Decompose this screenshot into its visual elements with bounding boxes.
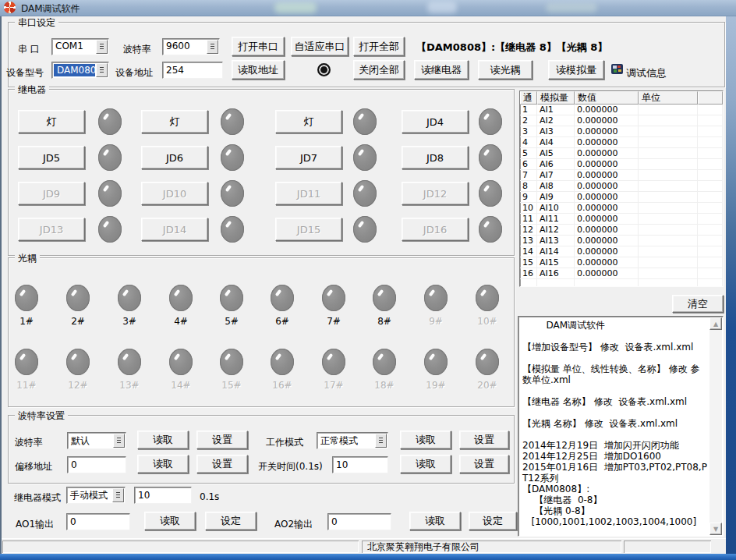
relay-button-6[interactable]: JD6	[141, 146, 208, 169]
relay-button-14[interactable]: JD14	[141, 218, 208, 241]
ao1-read-button[interactable]: 读取	[144, 512, 196, 530]
relay-mode-unit-label: 0.1s	[200, 491, 219, 502]
adaptive-serial-button[interactable]: 自适应串口	[291, 37, 349, 56]
debug-info-label: 调试信息	[626, 66, 667, 80]
ao2-read-button[interactable]: 读取	[409, 512, 461, 530]
combo-dropdown-icon[interactable]	[375, 434, 387, 448]
close-all-button[interactable]: 关闭全部	[353, 60, 405, 80]
serial-port-combobox[interactable]: COM1	[51, 38, 109, 55]
window-border-left	[0, 15, 2, 554]
table-row-9: 9AI90.000000	[520, 192, 723, 203]
relay-led-5	[98, 144, 122, 171]
relay-button-8[interactable]: JD8	[402, 146, 469, 169]
info-line-14: 【DAM0808】:	[522, 484, 709, 494]
table-cell: 0.000000	[575, 268, 639, 278]
opto-led-10	[476, 285, 499, 311]
read-address-button[interactable]: 读取地址	[232, 60, 285, 80]
baud-settings-group: 波特率设置 波特率 默认 读取 设置 工作模式 正常模式 读取 设置 偏移地址 …	[8, 415, 515, 484]
relay-led-8	[479, 144, 502, 171]
relay-button-1[interactable]: 灯	[18, 110, 85, 133]
relay-mode-combobox[interactable]: 手动模式	[66, 487, 126, 504]
open-serial-button[interactable]: 打开串口	[232, 37, 285, 56]
table-cell	[698, 279, 723, 287]
info-panel-scrollbar[interactable]: ▲ ▼	[709, 317, 722, 535]
scroll-down-icon[interactable]: ▼	[709, 523, 722, 535]
relay-button-11[interactable]: JD11	[275, 182, 342, 205]
combo-dropdown-icon[interactable]	[207, 40, 218, 54]
table-cell	[698, 181, 723, 191]
combo-dropdown-icon[interactable]	[96, 63, 108, 77]
device-model-value: DAM0808	[54, 64, 95, 76]
switch-time-set-button[interactable]: 设置	[459, 455, 509, 473]
baud-rate-combobox[interactable]: 9600	[162, 38, 220, 55]
table-cell	[698, 115, 723, 126]
read-relay-button[interactable]: 读继电器	[414, 60, 469, 80]
table-cell: 12	[520, 225, 537, 235]
table-cell: 4	[520, 137, 537, 147]
ao2-input[interactable]	[327, 513, 391, 530]
status-panel-left	[2, 541, 359, 553]
relay-led-15	[353, 216, 377, 243]
table-cell: 0.000000	[575, 214, 639, 224]
baud-set-button[interactable]: 设置	[196, 431, 248, 449]
relay-mode-label: 继电器模式	[14, 491, 61, 505]
analog-col-header-1[interactable]: 通	[520, 91, 537, 105]
relay-button-12[interactable]: JD12	[402, 182, 469, 205]
table-cell	[698, 268, 723, 278]
ao2-set-button[interactable]: 设定	[469, 512, 517, 530]
analog-col-header-4[interactable]: 单位	[639, 91, 698, 105]
combo-dropdown-icon[interactable]	[96, 40, 108, 54]
relay-button-4[interactable]: JD4	[402, 110, 469, 133]
relay-mode-time-input[interactable]	[134, 487, 192, 504]
relay-button-7[interactable]: JD7	[275, 146, 342, 169]
opto-label-14: 14#	[164, 380, 198, 391]
ao1-input[interactable]	[66, 513, 130, 530]
table-cell: 9	[520, 192, 537, 202]
opto-led-2	[66, 285, 90, 311]
open-all-button[interactable]: 打开全部	[353, 37, 405, 56]
relay-button-16[interactable]: JD16	[402, 218, 469, 241]
table-cell	[639, 170, 698, 180]
work-mode-read-button[interactable]: 读取	[400, 431, 451, 449]
device-address-input[interactable]	[162, 62, 223, 79]
baud-read-button[interactable]: 读取	[137, 431, 189, 449]
serial-port-label: 串 口	[18, 43, 40, 56]
work-mode-combobox[interactable]: 正常模式	[317, 432, 388, 449]
switch-time-input[interactable]	[332, 456, 388, 473]
ao1-set-button[interactable]: 设定	[205, 512, 257, 530]
table-cell: AI11	[537, 214, 575, 224]
opto-led-3	[118, 285, 141, 311]
opto-label-15: 15#	[214, 380, 249, 391]
offset-address-input[interactable]	[67, 456, 126, 473]
baud-cfg-combobox[interactable]: 默认	[67, 432, 126, 449]
relay-button-15[interactable]: JD15	[275, 218, 342, 241]
opto-led-4	[169, 285, 193, 311]
status-panel-right	[624, 541, 711, 553]
offset-set-button[interactable]: 设置	[196, 455, 248, 473]
relay-button-13[interactable]: JD13	[18, 218, 85, 241]
read-opto-button[interactable]: 读光耦	[478, 60, 533, 80]
analog-col-header-2[interactable]: 模拟量	[537, 91, 575, 105]
info-line-2	[522, 331, 709, 342]
combo-dropdown-icon[interactable]	[112, 488, 124, 502]
work-mode-set-button[interactable]: 设置	[459, 431, 509, 449]
combo-dropdown-icon[interactable]	[113, 434, 125, 448]
relay-button-3[interactable]: 灯	[275, 110, 342, 133]
device-model-combobox[interactable]: DAM0808	[51, 62, 109, 79]
clear-button[interactable]: 清空	[672, 295, 724, 313]
relay-button-2[interactable]: 灯	[141, 110, 208, 133]
switch-time-read-button[interactable]: 读取	[400, 455, 451, 473]
relay-button-5[interactable]: JD5	[18, 146, 85, 169]
scroll-up-icon[interactable]: ▲	[709, 317, 722, 330]
relay-button-10[interactable]: JD10	[141, 182, 208, 205]
analog-col-header-3[interactable]: 数值	[575, 91, 639, 105]
analog-col-header-5[interactable]	[698, 91, 723, 105]
relay-button-9[interactable]: JD9	[18, 182, 85, 205]
opto-led-14	[169, 349, 193, 375]
read-analog-button[interactable]: 读模拟量	[548, 60, 604, 80]
info-line-1: DAM调试软件	[522, 320, 709, 331]
offset-read-button[interactable]: 读取	[137, 455, 189, 473]
table-row-10: 10AI100.000000	[520, 203, 723, 214]
info-panel-content: DAM调试软件【增加设备型号】 修改 设备表.xml.xml【模拟量 单位、线性…	[520, 318, 709, 534]
table-cell	[639, 126, 698, 136]
